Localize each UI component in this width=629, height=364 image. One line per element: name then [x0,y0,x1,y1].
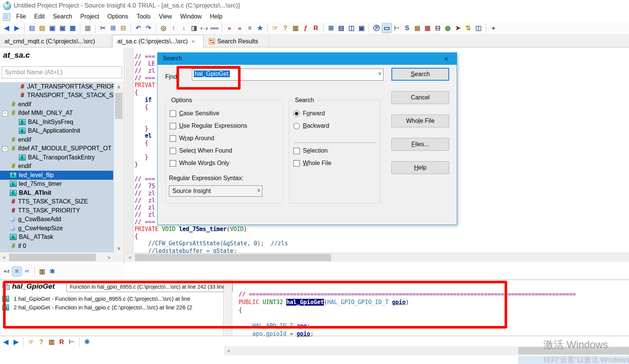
radio-icon[interactable] [293,110,300,117]
menu-item-tools[interactable]: Tools [132,13,155,20]
list-view-icon[interactable]: ≡ [12,267,21,276]
paste-icon[interactable]: ⊟ [118,23,128,33]
menu-item-file[interactable]: File [12,13,30,20]
group-view-icon[interactable]: #T [22,267,32,276]
plus-icon[interactable]: + [489,23,498,33]
menu-item-edit[interactable]: Edit [30,13,49,20]
tab-1[interactable]: at_sa.c (C:\projects\...\src)× [112,35,204,47]
symbol-tree-item[interactable]: #if 0 [0,242,113,251]
relation-window-icon[interactable]: ⊢ [67,337,77,347]
editor-horizontal-scrollbar[interactable]: < [125,253,629,262]
column-view-icon[interactable]: ◫ [474,23,483,33]
find-up-icon[interactable]: ↑ [169,23,178,33]
files-button[interactable]: Files... [391,138,449,151]
smart-rename-icon[interactable]: R [57,337,66,347]
checkbox-icon[interactable] [293,160,300,167]
scroll-up-icon[interactable]: ∧ [114,82,124,91]
checkbox-icon[interactable] [170,148,176,154]
sync-files-icon[interactable]: ⇅ [463,23,473,33]
scroll-right-icon[interactable]: > [105,253,113,262]
radio-backward[interactable]: Backward [293,122,329,129]
symbol-tree-item[interactable]: −#ifdef AT_MODULE_SUPPORT_OT [0,144,113,153]
menu-item-help[interactable]: Help [206,13,227,20]
symbol-tree-item[interactable]: #endif [0,135,113,144]
find-icon[interactable]: ◎ [159,23,168,33]
settings-icon[interactable]: ✱ [82,337,92,347]
chevron-down-icon[interactable]: ∨ [257,187,261,193]
web-search-icon[interactable]: www [210,23,219,33]
help-doc-icon[interactable]: ? [37,337,46,347]
symbol-tree-item[interactable]: #JAT_TRANSPORTTASK_PRIOR [0,82,113,91]
search-result-row[interactable]: E 2 hal_GpioGet - Function in hal_gpio.c… [0,303,222,312]
replace-icon[interactable]: x→y [199,23,209,33]
manuals-icon[interactable]: ▥ [37,267,47,276]
settings-icon[interactable]: ✱ [48,267,57,276]
manuals-icon[interactable]: ▥ [47,337,56,347]
search-button[interactable]: Search [391,68,449,81]
symbol-tree-item[interactable]: #TTS_TASK_PRIORITY [0,206,113,215]
find-window-icon[interactable]: ◨ [189,23,199,33]
editor-hscroll-thumb[interactable] [135,254,331,261]
menu-item-view[interactable]: View [155,13,176,20]
symbol-tree-item[interactable]: EBAL_ATTask [0,233,113,242]
smart-rename-icon[interactable]: R [311,23,321,33]
radio-forward[interactable]: Forward [293,110,325,117]
symbol-tree-item[interactable]: g_CswHeapSize [0,224,113,233]
help-doc-icon[interactable]: ? [281,23,290,33]
checkbox-icon[interactable] [170,135,176,142]
back-icon[interactable]: ◀ [2,23,11,33]
print-icon[interactable]: ▥ [83,23,92,33]
menu-item-options[interactable]: Options [103,13,132,20]
save-icon[interactable]: ▣ [48,23,57,33]
help-button[interactable]: Help [391,161,449,174]
layout-grid-icon[interactable]: ⊞ [326,23,336,33]
symbol-tree-item[interactable]: Eled_level_flip [0,171,113,180]
dialog-title-bar[interactable]: Search [158,53,457,65]
symbol-tree-item[interactable]: #endif [0,100,113,109]
symbol-tree-item[interactable]: −#ifdef MMI_ONLY_AT [0,109,113,118]
open-file-icon[interactable]: ▧ [37,23,47,33]
symbol-tree-item[interactable]: EBAL_TransportTaskEntry [0,153,113,162]
forward-icon[interactable]: ▶ [12,23,21,33]
close-icon[interactable]: × [440,54,452,64]
symbol-tree-item[interactable]: #endif [0,162,113,171]
sort-az-icon[interactable]: A-Z [2,267,11,276]
project-folders-icon[interactable]: ▩ [413,23,422,33]
tree-hscroll-thumb[interactable] [9,254,96,261]
style-properties-icon[interactable]: S [402,23,412,33]
doc-list-icon[interactable]: ≡ [245,23,255,33]
scroll-left-icon[interactable]: < [225,346,233,355]
scroll-left-icon[interactable]: < [126,253,134,262]
save-all-icon[interactable]: ▦ [68,23,77,33]
relation-window-icon[interactable]: ⊢ [392,23,402,33]
new-file-icon[interactable]: ▤ [27,23,37,33]
checkbox-selection[interactable]: Selection [293,147,328,154]
collapse-icon[interactable]: − [2,111,8,116]
chevron-down-icon[interactable]: ∨ [378,70,382,76]
scroll-down-icon[interactable]: ∨ [114,243,124,252]
checkbox-wrap-around[interactable]: Wrap Around [170,135,214,142]
tree-vscroll-thumb[interactable] [115,93,123,119]
window-list-icon[interactable]: ⊟ [433,23,442,33]
tab-0[interactable]: at_cmd_mqtt.c (C:\projects\...\src) [0,35,112,47]
symbol-tree-item[interactable]: Eled_75ms_timer [0,180,113,189]
favorites-icon[interactable]: ★ [255,23,265,33]
radio-icon[interactable] [293,123,300,129]
file-compare-icon[interactable]: ▦ [423,23,432,33]
tree-horizontal-scrollbar[interactable]: < > [0,253,113,262]
cancel-button[interactable]: Cancel [391,91,449,104]
web-icon[interactable]: ◍ [443,23,453,33]
menu-item-project[interactable]: Project [76,13,103,20]
checkbox-icon[interactable] [293,148,300,154]
indent-icon[interactable]: » [235,23,244,33]
symbol-tree-item[interactable]: g_CswBaseAdd [0,215,113,224]
menu-item-window[interactable]: Window [176,13,206,20]
panel-divider[interactable] [223,280,224,336]
checkbox-use-regular-expressions[interactable]: Use Regular Expressions [170,122,247,129]
layout-doc-icon[interactable]: ▤ [336,23,346,33]
symbol-tree-item[interactable]: EBAL_InitSysFreq [0,118,113,127]
undo-icon[interactable]: ↶ [133,23,143,33]
layout-stack-icon[interactable]: ▣ [357,23,366,33]
checkbox-icon[interactable] [170,110,176,117]
scroll-left-icon[interactable]: < [0,253,8,262]
